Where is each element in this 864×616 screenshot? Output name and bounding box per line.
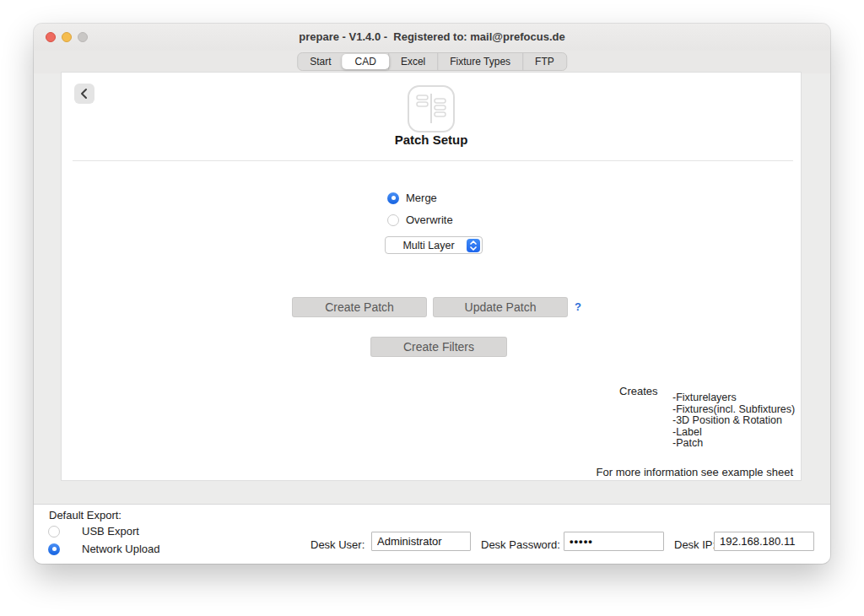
creates-item: -Fixtures(incl. Subfixtures): [672, 404, 795, 416]
patch-setup-icon: [407, 84, 456, 133]
desk-user-input[interactable]: [371, 532, 471, 551]
creates-item: -3D Position & Rotation: [672, 415, 795, 427]
desk-password-input[interactable]: [564, 532, 664, 551]
desk-password-label: Desk Password:: [481, 538, 560, 551]
default-export-heading: Default Export:: [49, 509, 122, 521]
back-button[interactable]: [74, 84, 94, 104]
tab-cad[interactable]: CAD: [343, 54, 389, 69]
titlebar: prepare - V1.4.0 - Registered to: mail@p…: [34, 24, 830, 51]
tab-fixture-types[interactable]: Fixture Types: [437, 53, 522, 70]
desk-ip-input[interactable]: [714, 532, 814, 551]
footer-note: For more information see example sheet: [597, 466, 793, 478]
overwrite-radio-row: Overwrite: [387, 213, 453, 226]
overwrite-radio-label: Overwrite: [406, 213, 453, 226]
merge-radio-label: Merge: [406, 192, 437, 204]
help-icon[interactable]: ?: [575, 300, 581, 313]
page-title: Patch Setup: [62, 132, 801, 147]
create-patch-button[interactable]: Create Patch: [292, 297, 427, 317]
tab-segmented-control: Start CAD Excel Fixture Types FTP: [297, 52, 567, 71]
network-upload-radio[interactable]: [48, 543, 60, 555]
create-filters-button[interactable]: Create Filters: [370, 337, 507, 357]
update-patch-button[interactable]: Update Patch: [433, 297, 568, 317]
creates-item: -Label: [672, 427, 795, 439]
creates-item: -Fixturelayers: [672, 392, 795, 404]
merge-radio[interactable]: [387, 192, 399, 204]
layer-popup-value: Multi Layer: [386, 240, 467, 251]
desk-user-label: Desk User:: [310, 538, 364, 551]
network-upload-radio-row: Network Upload: [48, 543, 160, 555]
usb-export-label: USB Export: [82, 525, 139, 538]
creates-item: -Patch: [672, 438, 795, 450]
popup-stepper-icon: [467, 239, 480, 252]
patch-setup-panel: Patch Setup Merge Overwrite Multi Layer …: [61, 72, 802, 481]
layer-popup-button[interactable]: Multi Layer: [385, 236, 483, 254]
usb-export-radio[interactable]: [48, 526, 60, 538]
chevron-left-icon: [74, 84, 94, 104]
usb-export-radio-row: USB Export: [48, 525, 139, 538]
desk-ip-label: Desk IP:: [674, 538, 716, 551]
network-upload-label: Network Upload: [82, 543, 160, 555]
window-title: prepare - V1.4.0 - Registered to: mail@p…: [34, 24, 830, 51]
app-window: prepare - V1.4.0 - Registered to: mail@p…: [34, 24, 830, 564]
default-export-section: Default Export: USB Export Network Uploa…: [34, 504, 830, 564]
tab-excel[interactable]: Excel: [388, 53, 437, 70]
tab-bar: Start CAD Excel Fixture Types FTP: [34, 51, 830, 73]
creates-heading: Creates: [619, 385, 658, 397]
tab-start[interactable]: Start: [298, 53, 343, 70]
overwrite-radio[interactable]: [387, 214, 399, 226]
merge-radio-row: Merge: [387, 192, 437, 204]
tab-ftp[interactable]: FTP: [522, 53, 566, 70]
header-divider: [73, 160, 793, 161]
creates-list: -Fixturelayers -Fixtures(incl. Subfixtur…: [672, 392, 795, 450]
